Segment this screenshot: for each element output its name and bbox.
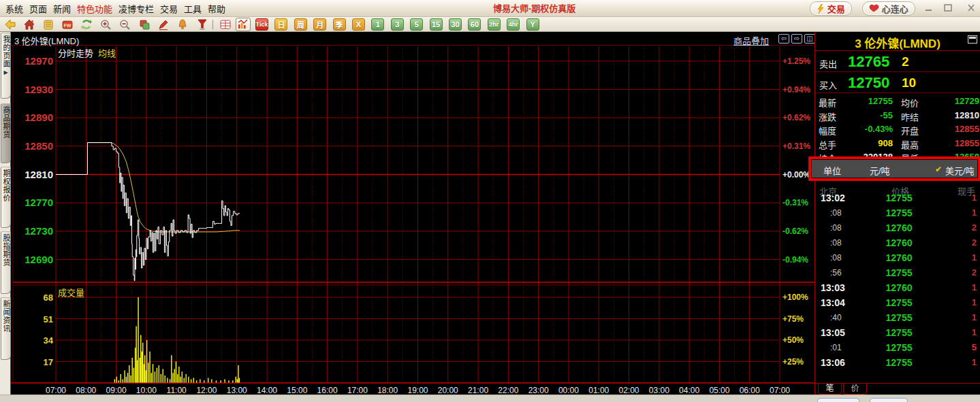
close-button[interactable] — [966, 3, 977, 12]
tick-vol: 1 — [972, 252, 977, 263]
svg-text:07:00: 07:00 — [46, 386, 66, 395]
bid-row[interactable]: 买入 12750 10 — [815, 72, 980, 93]
maximize-button[interactable] — [943, 3, 953, 12]
funnel-icon[interactable] — [196, 18, 208, 31]
period-日[interactable]: 日 — [274, 18, 287, 31]
trade-button[interactable]: 交易 — [810, 1, 852, 16]
fw-icon[interactable]: FW — [61, 18, 74, 31]
period-周[interactable]: 周 — [294, 18, 307, 31]
menu-系统[interactable]: 系统 — [5, 2, 23, 15]
tick-price: 12760 — [875, 252, 923, 263]
svg-text:+0.62%: +0.62% — [783, 113, 810, 122]
period-30[interactable]: 30 — [449, 18, 462, 31]
period-月[interactable]: 月 — [313, 18, 326, 31]
menu-凌博专栏[interactable]: 凌博专栏 — [118, 2, 154, 15]
svg-text:-0.94%: -0.94% — [783, 255, 808, 265]
zoom-in-icon[interactable] — [99, 18, 112, 31]
tick-row[interactable]: :08127601 — [815, 250, 980, 265]
unit-menu-inner: 单位 元/吨 ✔ 美元/吨 — [811, 159, 978, 178]
tick-row[interactable]: :08127551 — [815, 205, 980, 220]
chart-view-icon[interactable] — [236, 18, 251, 31]
bell-icon[interactable] — [176, 18, 189, 31]
refresh-icon[interactable] — [80, 18, 93, 31]
period-1[interactable]: 1 — [371, 18, 384, 31]
zoom-out-icon[interactable] — [118, 18, 131, 31]
tick-list: 13:02127551:08127551:08127602:08127602:0… — [815, 190, 980, 369]
bottom-strip — [0, 395, 980, 402]
svg-text:-0.31%: -0.31% — [783, 198, 808, 207]
period-15[interactable]: 15 — [430, 18, 443, 31]
unit-option-usd[interactable]: 美元/吨 — [945, 164, 975, 177]
menu-帮助[interactable]: 帮助 — [208, 2, 225, 15]
period-4hr[interactable]: 4hr — [507, 18, 520, 31]
page-left-icon[interactable]: ⇦ — [778, 34, 789, 44]
timeshare-chart[interactable]: 12970+1.25%12930+0.94%12890+0.62%12850+0… — [11, 46, 815, 395]
svg-text:12810: 12810 — [25, 169, 53, 180]
unit-menu[interactable]: 单位 元/吨 ✔ 美元/吨 — [808, 156, 980, 181]
svg-text:10:00: 10:00 — [136, 386, 157, 395]
stat-value: -55 — [842, 110, 893, 120]
restore-icon[interactable] — [968, 35, 977, 44]
tick-time: 13:03 — [821, 282, 845, 293]
heart-icon — [869, 4, 879, 13]
tick-row[interactable]: 13:06127551 — [815, 354, 980, 369]
menu-页面[interactable]: 页面 — [29, 2, 47, 15]
sidebar-tab-商品期货[interactable]: 商品期货 — [1, 103, 11, 163]
ask-qty: 2 — [902, 54, 909, 69]
copy-icon[interactable] — [138, 18, 151, 31]
tick-price: 12755 — [875, 267, 923, 278]
tick-row[interactable]: 13:03127601 — [815, 280, 980, 295]
period-5[interactable]: 5 — [410, 18, 423, 31]
tick-vol: 2 — [972, 237, 977, 248]
tick-time: :08 — [830, 223, 842, 233]
panel-tab-笔[interactable]: 笔 — [818, 384, 842, 395]
period-60[interactable]: 60 — [468, 18, 481, 31]
cut-button-1[interactable] — [817, 398, 859, 402]
unit-option-cny[interactable]: 元/吨 — [870, 164, 890, 177]
sidebar-tab-期权报价[interactable]: 期权报价 — [1, 167, 11, 228]
tick-row[interactable]: :40127551 — [815, 309, 980, 324]
svg-text:21:00: 21:00 — [468, 386, 488, 395]
expand-arrow-icon: ▶ — [3, 69, 7, 76]
menu-交易[interactable]: 交易 — [160, 2, 178, 15]
tick-row[interactable]: :08127602 — [815, 235, 980, 250]
stat-label: 最新 — [819, 96, 836, 109]
notes-icon[interactable] — [42, 18, 54, 31]
tick-row[interactable]: :56127552 — [815, 265, 980, 280]
tick-row[interactable]: 13:04127551 — [815, 295, 980, 309]
minimize-button[interactable] — [924, 3, 934, 12]
sidebar-tab-股指期货[interactable]: 股指期货 — [1, 231, 11, 294]
menu-新闻[interactable]: 新闻 — [53, 2, 71, 15]
ask-row[interactable]: 卖出 12765 2 — [815, 51, 980, 72]
home-icon[interactable] — [23, 18, 35, 31]
menu-工具[interactable]: 工具 — [184, 2, 202, 15]
tick-row[interactable]: 13:05127551 — [815, 324, 980, 339]
tick-row[interactable]: :01127555 — [815, 339, 980, 354]
table-view-icon[interactable] — [218, 18, 233, 31]
heart-button[interactable]: 心连心 — [862, 1, 915, 16]
tick-price: 12755 — [875, 297, 923, 308]
period-Tick[interactable]: Tick — [255, 18, 268, 31]
cut-button-2[interactable] — [870, 398, 908, 402]
svg-text:成交量: 成交量 — [58, 288, 84, 298]
menu-特色功能[interactable]: 特色功能 — [77, 2, 112, 15]
stat-value: 908 — [842, 138, 893, 148]
period-Y[interactable]: Y — [526, 18, 539, 31]
pencil-icon[interactable] — [157, 18, 170, 31]
period-X[interactable]: X — [352, 18, 365, 31]
page-right-icon[interactable]: ⇨ — [791, 34, 802, 44]
tick-row[interactable]: :08127602 — [815, 220, 980, 235]
panel-tabs: 笔价 — [815, 383, 980, 395]
period-季[interactable]: 季 — [333, 18, 346, 31]
period-3[interactable]: 3 — [391, 18, 404, 31]
svg-text:51: 51 — [44, 314, 53, 324]
split-view-icon[interactable]: ◫ — [804, 34, 815, 44]
sidebar-tab-新闻资讯[interactable]: 新闻资讯 — [1, 297, 11, 360]
panel-tab-价[interactable]: 价 — [843, 384, 867, 395]
period-2hr[interactable]: 2hr — [488, 18, 501, 31]
back-icon[interactable] — [4, 18, 16, 31]
stat-row: 总手908最高12855 — [815, 136, 980, 150]
sidebar-tab-我的页面[interactable]: 我的页面▶ — [1, 33, 11, 99]
tick-row[interactable]: 13:02127551 — [815, 190, 980, 205]
svg-text:02:00: 02:00 — [619, 386, 639, 395]
